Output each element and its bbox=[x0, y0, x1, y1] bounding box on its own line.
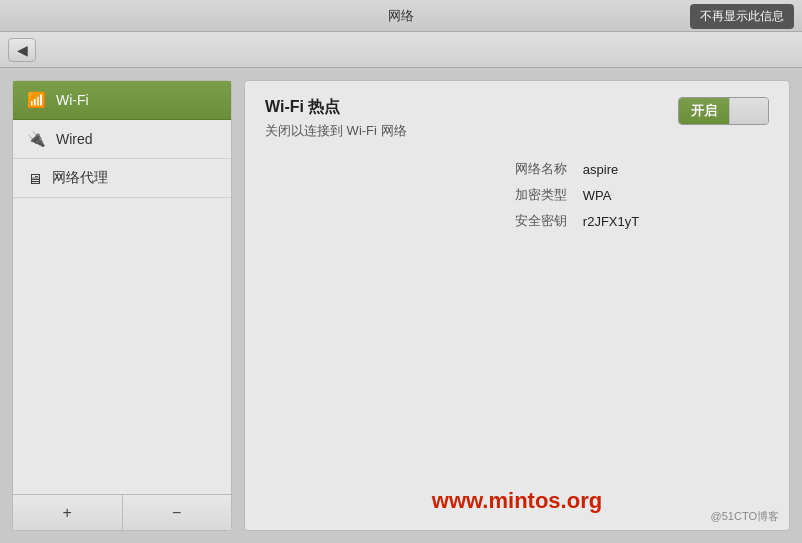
network-name-label: 网络名称 bbox=[385, 160, 567, 178]
watermark: www.mintos.org bbox=[245, 488, 789, 514]
top-bar: 网络 不再显示此信息 bbox=[0, 0, 802, 32]
add-button[interactable]: + bbox=[13, 495, 123, 530]
sidebar-item-wired-label: Wired bbox=[56, 131, 93, 147]
sidebar-item-wifi-label: Wi-Fi bbox=[56, 92, 89, 108]
main-content: 📶 Wi-Fi 🔌 Wired 🖥 网络代理 + − Wi-Fi 热点 关闭以连… bbox=[0, 68, 802, 543]
sidebar-items: 📶 Wi-Fi 🔌 Wired 🖥 网络代理 bbox=[13, 81, 231, 494]
toggle-off-label bbox=[729, 98, 768, 124]
right-panel: Wi-Fi 热点 关闭以连接到 Wi-Fi 网络 开启 网络名称 aspire … bbox=[244, 80, 790, 531]
panel-subtitle: 关闭以连接到 Wi-Fi 网络 bbox=[265, 122, 407, 140]
panel-title-group: Wi-Fi 热点 关闭以连接到 Wi-Fi 网络 bbox=[265, 97, 407, 140]
sidebar-footer: + − bbox=[13, 494, 231, 530]
password-label: 安全密钥 bbox=[385, 212, 567, 230]
watermark-credit: @51CTO博客 bbox=[711, 509, 779, 524]
sidebar: 📶 Wi-Fi 🔌 Wired 🖥 网络代理 + − bbox=[12, 80, 232, 531]
sidebar-item-proxy[interactable]: 🖥 网络代理 bbox=[13, 159, 231, 198]
panel-title: Wi-Fi 热点 bbox=[265, 97, 407, 118]
wired-icon: 🔌 bbox=[27, 130, 46, 148]
window-title: 网络 bbox=[388, 7, 414, 25]
back-icon: ◀ bbox=[17, 42, 28, 58]
wifi-icon: 📶 bbox=[27, 91, 46, 109]
sidebar-item-wifi[interactable]: 📶 Wi-Fi bbox=[13, 81, 231, 120]
nav-bar: ◀ bbox=[0, 32, 802, 68]
back-button[interactable]: ◀ bbox=[8, 38, 36, 62]
network-info: 网络名称 aspire 加密类型 WPA 安全密钥 r2JFX1yT bbox=[385, 160, 769, 230]
dismiss-button[interactable]: 不再显示此信息 bbox=[690, 4, 794, 29]
remove-button[interactable]: − bbox=[123, 495, 232, 530]
network-name-value: aspire bbox=[583, 162, 769, 177]
sidebar-item-proxy-label: 网络代理 bbox=[52, 169, 108, 187]
proxy-icon: 🖥 bbox=[27, 170, 42, 187]
password-value: r2JFX1yT bbox=[583, 214, 769, 229]
encryption-value: WPA bbox=[583, 188, 769, 203]
encryption-label: 加密类型 bbox=[385, 186, 567, 204]
toggle-on-label: 开启 bbox=[679, 98, 729, 124]
sidebar-item-wired[interactable]: 🔌 Wired bbox=[13, 120, 231, 159]
toggle-switch[interactable]: 开启 bbox=[678, 97, 769, 125]
panel-header: Wi-Fi 热点 关闭以连接到 Wi-Fi 网络 开启 bbox=[265, 97, 769, 140]
